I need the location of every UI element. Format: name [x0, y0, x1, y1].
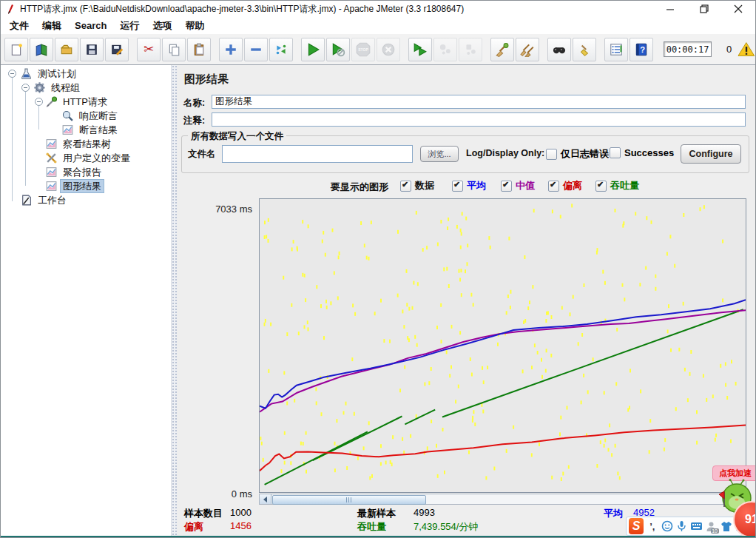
deviation-value: 1456 [230, 520, 252, 531]
menu-edit[interactable]: 编辑 [36, 18, 68, 34]
log-display-only-label: Log/Display Only: [466, 148, 544, 158]
stop-button[interactable]: STOP [351, 38, 375, 61]
tree-item-test-plan[interactable]: 测试计划 [20, 67, 78, 81]
copy-icon [167, 43, 180, 56]
warning-icon[interactable] [738, 41, 755, 57]
new-file-icon [10, 43, 23, 56]
menu-help[interactable]: 帮助 [178, 18, 211, 34]
menu-file[interactable]: 文件 [3, 18, 36, 34]
median-checkbox[interactable] [501, 181, 512, 192]
graph-horizontal-scrollbar[interactable] [259, 494, 746, 505]
configure-button[interactable]: Configure [681, 144, 741, 164]
median-checkbox-group[interactable]: 中值 [501, 179, 535, 192]
user-variables-icon [45, 152, 58, 164]
save-as-button[interactable] [105, 38, 129, 61]
successes-checkbox[interactable] [610, 147, 621, 158]
start-icon [306, 42, 320, 57]
deviation-checkbox-group[interactable]: 偏离 [548, 179, 582, 192]
graph-canvas [260, 199, 746, 492]
sogou-input-toolbar: S ’, 10 [626, 517, 749, 536]
copy-button[interactable] [162, 38, 186, 61]
cut-button[interactable]: ✂ [137, 38, 161, 61]
errors-checkbox[interactable] [546, 149, 557, 160]
open-file-button[interactable] [55, 38, 78, 61]
sogou-logo-icon[interactable]: S [629, 518, 644, 534]
remote-start-icon [413, 42, 428, 57]
svg-text:STOP: STOP [358, 47, 368, 52]
data-checkbox-group[interactable]: 数据 [400, 179, 434, 192]
comment-input[interactable] [212, 112, 746, 127]
samples-value: 1000 [230, 507, 252, 518]
write-results-group: 所有数据写入一个文件 文件名 浏览... Log/Display Only: 仅… [181, 135, 749, 173]
start-button[interactable] [301, 38, 325, 61]
tree-item-workbench[interactable]: 工作台 [20, 193, 69, 207]
tree-guide-line [38, 102, 39, 130]
restore-button[interactable] [687, 1, 721, 17]
remote-stop-button[interactable] [459, 38, 482, 61]
scrollbar-left-arrow[interactable] [260, 494, 271, 504]
latest-sample-value: 4993 [414, 507, 435, 518]
add-element-button[interactable] [219, 38, 243, 61]
save-button[interactable] [80, 38, 104, 61]
average-checkbox[interactable] [452, 181, 463, 192]
aggregate-report-icon [45, 166, 58, 178]
successes-checkbox-group[interactable]: Successes [610, 147, 674, 158]
filename-input[interactable] [222, 145, 413, 163]
sogou-skin-icon[interactable] [720, 520, 732, 533]
new-file-button[interactable] [4, 38, 28, 61]
start-no-pauses-button[interactable] [326, 38, 350, 61]
data-checkbox[interactable] [400, 181, 411, 192]
toolbar: ✂ [1, 34, 755, 65]
sogou-smiley-icon[interactable] [661, 520, 673, 533]
help-button[interactable]: ? [630, 38, 653, 61]
average-checkbox-group[interactable]: 平均 [452, 179, 486, 192]
test-timer: 00:00:17 [664, 41, 712, 57]
throughput-checkbox[interactable] [595, 181, 607, 192]
throughput-checkbox-group[interactable]: 吞吐量 [595, 179, 639, 192]
toggle-button[interactable] [269, 38, 293, 61]
search-reset-button[interactable] [573, 38, 596, 61]
tree-item-aggregate-report[interactable]: 聚合报告 [45, 165, 104, 179]
function-helper-icon [609, 42, 624, 57]
errors-checkbox-group[interactable]: 仅日志错误 [546, 147, 609, 161]
minimize-button[interactable] [653, 1, 687, 17]
sogou-microphone-icon[interactable] [676, 520, 687, 533]
tree-item-thread-group[interactable]: 线程组 [33, 81, 82, 95]
tree-item-graph-results[interactable]: 图形结果 [45, 179, 104, 193]
name-input[interactable] [212, 95, 746, 109]
templates-button[interactable] [30, 38, 53, 61]
tree-item-response-assertion[interactable]: 响应断言 [61, 109, 120, 123]
start-no-pauses-icon [331, 42, 345, 57]
graph-plot-area [259, 198, 746, 493]
clear-all-button[interactable] [516, 38, 539, 61]
remote-start-button[interactable] [408, 38, 432, 61]
tree-expand-handle[interactable] [8, 70, 16, 78]
tree-item-view-results-tree[interactable]: 察看结果树 [45, 137, 113, 151]
cut-icon: ✂ [144, 43, 154, 56]
tree-expand-handle[interactable] [21, 84, 30, 92]
clear-all-brooms-icon [520, 42, 535, 57]
deviation-checkbox[interactable] [548, 181, 559, 192]
close-button[interactable] [721, 1, 755, 17]
browse-button[interactable]: 浏览... [420, 146, 459, 162]
paste-button[interactable] [187, 38, 211, 61]
clear-button[interactable] [490, 38, 514, 61]
scrollbar-thumb[interactable] [272, 495, 426, 505]
remove-element-button[interactable] [244, 38, 268, 61]
tree-item-assertion-results[interactable]: 断言结果 [61, 123, 120, 137]
menu-run[interactable]: 运行 [113, 18, 146, 34]
menu-search[interactable]: Search [68, 19, 113, 33]
remote-start-all-button[interactable] [433, 38, 457, 61]
sogou-keyboard-icon[interactable] [690, 520, 703, 533]
sogou-account-icon[interactable]: 10 [706, 520, 717, 533]
sogou-account-badge: 10 [711, 528, 719, 534]
shutdown-button[interactable] [377, 38, 400, 61]
tree-item-user-defined-variables[interactable]: 用户定义的变量 [45, 151, 132, 165]
tree-item-http-request[interactable]: HTTP请求 [45, 95, 109, 109]
menu-options[interactable]: 选项 [146, 18, 178, 34]
toggle-arrows-icon [274, 43, 288, 56]
sogou-phrase-icon[interactable]: ’, [647, 520, 658, 533]
tree-expand-handle[interactable] [35, 98, 43, 106]
function-helper-button[interactable] [604, 38, 628, 61]
search-button[interactable] [547, 38, 571, 61]
